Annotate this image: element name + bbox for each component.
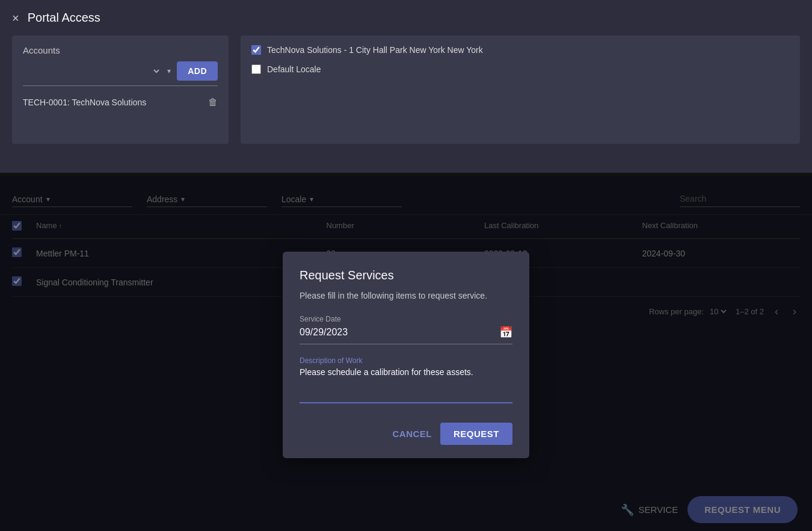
service-date-input[interactable]	[300, 327, 499, 338]
portal-title: Portal Access	[28, 11, 100, 25]
account-list-item: TECH-0001: TechNova Solutions 🗑	[23, 95, 218, 110]
accounts-label: Accounts	[23, 45, 218, 55]
delete-account-icon[interactable]: 🗑	[208, 97, 218, 108]
accounts-right-panel: TechNova Solutions - 1 City Hall Park Ne…	[241, 36, 800, 144]
panel-content: Accounts ▾ ADD TECH-0001: TechNova Solut…	[0, 36, 812, 144]
dropdown-arrow-icon: ▾	[167, 67, 171, 75]
account-item-label: TECH-0001: TechNova Solutions	[23, 98, 146, 107]
cancel-button[interactable]: CANCEL	[392, 429, 432, 439]
accounts-select-row: ▾ ADD	[23, 61, 218, 86]
close-button[interactable]: ×	[12, 12, 19, 24]
modal-actions: CANCEL REQUEST	[300, 423, 512, 445]
description-textarea[interactable]: Please schedule a calibration for these …	[300, 367, 512, 403]
locale-label: Default Locale	[267, 64, 321, 74]
location-checkbox[interactable]	[251, 45, 261, 55]
modal-title: Request Services	[300, 269, 512, 282]
location-checkbox-row: TechNova Solutions - 1 City Hall Park Ne…	[251, 45, 789, 55]
add-account-button[interactable]: ADD	[177, 61, 218, 81]
accounts-box: Accounts ▾ ADD TECH-0001: TechNova Solut…	[12, 36, 229, 144]
modal-overlay: Request Services Please fill in the foll…	[0, 176, 812, 531]
modal-subtitle: Please fill in the following items to re…	[300, 291, 512, 300]
locale-checkbox-row: Default Locale	[251, 64, 789, 74]
service-date-label: Service Date	[300, 315, 512, 323]
location-label: TechNova Solutions - 1 City Hall Park Ne…	[267, 45, 483, 55]
locale-checkbox[interactable]	[251, 64, 261, 74]
request-button[interactable]: REQUEST	[440, 423, 512, 445]
request-services-modal: Request Services Please fill in the foll…	[283, 252, 529, 458]
panel-header: × Portal Access	[0, 0, 812, 36]
calendar-icon[interactable]: 📅	[499, 326, 512, 339]
service-date-row: 📅	[300, 326, 512, 344]
top-panel: × Portal Access Accounts ▾ ADD TECH-0001…	[0, 0, 812, 175]
description-label: Description of Work	[300, 356, 512, 365]
main-area: Account ▾ Address ▾ Locale ▾ Name Number…	[0, 176, 812, 531]
accounts-dropdown[interactable]	[23, 66, 161, 76]
